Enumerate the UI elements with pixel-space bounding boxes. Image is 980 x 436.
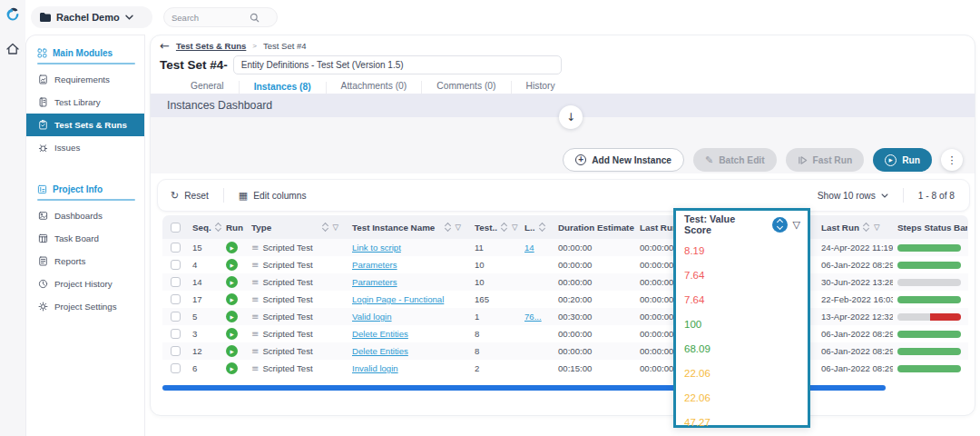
home-icon[interactable] <box>5 42 20 56</box>
value-score-column-overlay[interactable]: Test: Value Score ▽ 8.19 7.64 7.64 100 6… <box>673 208 810 428</box>
sidebar-item-project-settings[interactable]: Project Settings <box>26 295 144 318</box>
sort-icon[interactable] <box>444 223 451 233</box>
run-instance-icon[interactable]: ▶ <box>226 293 238 305</box>
fast-run-button[interactable]: Fast Run <box>786 148 865 172</box>
filter-icon[interactable]: ▽ <box>512 223 518 232</box>
search-box[interactable] <box>163 7 278 27</box>
add-new-instance-button[interactable]: + Add New Instance <box>563 148 684 172</box>
header-l[interactable]: L.. <box>524 223 534 233</box>
row-checkbox[interactable] <box>171 329 181 339</box>
steps-status-bar <box>897 313 961 321</box>
pagination-range: 1 - 8 of 8 <box>918 191 955 201</box>
run-button[interactable]: ▶ Run <box>873 148 932 172</box>
header-seq[interactable]: Seq. <box>192 223 211 233</box>
header-duration[interactable]: Duration Estimate <box>558 223 634 233</box>
header-test[interactable]: Test.. <box>475 223 497 233</box>
project-selector[interactable]: Rachel Demo <box>31 6 152 28</box>
table-row[interactable]: 3 ▶ ≡Scripted Test Delete Entities 8 00:… <box>162 325 968 342</box>
back-arrow-icon[interactable]: ← <box>160 42 170 51</box>
run-instance-icon[interactable]: ▶ <box>226 362 238 374</box>
instance-name-link[interactable]: Parameters <box>352 260 397 270</box>
table-row[interactable]: 12 ▶ ≡Scripted Test Delete Entities 8 00… <box>162 342 968 360</box>
row-checkbox[interactable] <box>171 277 181 287</box>
header-last-run[interactable]: Last Run <box>821 223 859 233</box>
sort-icon[interactable] <box>501 223 508 233</box>
instance-name-link[interactable]: Login Page - Functional <box>352 294 444 304</box>
sidebar-item-requirements[interactable]: Requirements <box>26 68 144 91</box>
steps-status-bar <box>897 331 961 338</box>
search-input[interactable] <box>172 13 250 23</box>
cell-type: Scripted Test <box>262 363 312 373</box>
table-row[interactable]: 14 ▶ ≡Scripted Test Parameters 10 00:00:… <box>162 273 968 291</box>
fast-run-icon <box>798 155 808 165</box>
filter-icon[interactable]: ▽ <box>332 223 338 232</box>
filter-icon[interactable]: ▽ <box>874 223 880 232</box>
plus-circle-icon: + <box>575 154 586 165</box>
row-checkbox[interactable] <box>171 260 181 270</box>
cell-l-link[interactable]: 14 <box>524 243 534 253</box>
run-instance-icon[interactable]: ▶ <box>226 276 238 288</box>
sidebar-item-issues[interactable]: Issues <box>26 136 144 159</box>
cell-duration: 00:30:00 <box>558 312 592 322</box>
breadcrumb-link[interactable]: Test Sets & Runs <box>176 41 246 51</box>
header-type[interactable]: Type <box>251 223 271 233</box>
edit-columns-button[interactable]: ▦ Edit columns <box>239 190 307 202</box>
steps-status-bar <box>897 365 961 372</box>
value-score-header: Test: Value Score ▽ <box>676 211 808 238</box>
sidebar-item-project-history[interactable]: Project History <box>26 272 144 295</box>
run-instance-icon[interactable]: ▶ <box>226 328 238 340</box>
more-actions-kebab-button[interactable]: ⋮ <box>941 149 963 171</box>
expand-dashboard-button[interactable]: ↓ <box>559 105 583 129</box>
row-checkbox[interactable] <box>171 346 181 356</box>
row-checkbox[interactable] <box>171 243 181 253</box>
run-instance-icon[interactable]: ▶ <box>226 345 238 357</box>
run-instance-icon[interactable]: ▶ <box>226 242 238 253</box>
row-checkbox[interactable] <box>171 312 181 322</box>
scripted-test-icon: ≡ <box>251 260 259 270</box>
filter-icon[interactable]: ▽ <box>455 223 461 232</box>
sidebar-item-task-board[interactable]: Task Board <box>26 227 144 250</box>
sort-icon[interactable] <box>863 223 870 233</box>
sort-icon[interactable] <box>538 223 545 233</box>
instance-name-link[interactable]: Invalid login <box>352 363 398 373</box>
header-name[interactable]: Test Instance Name <box>352 223 435 233</box>
table-row[interactable]: 6 ▶ ≡Scripted Test Invalid login 2 00:15… <box>162 360 968 377</box>
table-row[interactable]: 15 ▶ ≡Scripted Test Link to script 11 14… <box>162 239 968 256</box>
row-checkbox[interactable] <box>171 363 181 373</box>
instance-name-link[interactable]: Link to script <box>352 243 401 253</box>
reset-button[interactable]: ↻ Reset <box>171 190 209 202</box>
cell-last-run: 06-Jan-2022 08:29 <box>821 329 893 339</box>
section-title: Main Modules <box>53 48 113 58</box>
instance-name-link[interactable]: Delete Entities <box>352 346 408 356</box>
value-score-cell: 22.06 <box>684 385 808 410</box>
sort-icon[interactable] <box>321 223 328 233</box>
sidebar-item-test-sets-runs[interactable]: Test Sets & Runs <box>26 114 144 136</box>
filter-icon[interactable]: ▽ <box>793 219 800 231</box>
active-sort-icon[interactable] <box>772 217 788 233</box>
run-instance-icon[interactable]: ▶ <box>226 259 238 271</box>
cell-last-run-duration: 00:00:00 <box>640 346 673 356</box>
table-row[interactable]: 17 ▶ ≡Scripted Test Login Page - Functio… <box>162 291 968 308</box>
entity-name-field[interactable] <box>233 55 562 74</box>
cell-l-link[interactable]: 76... <box>524 312 542 322</box>
page-title: Test Set #4- <box>160 58 228 72</box>
cell-test: 165 <box>475 294 489 304</box>
batch-edit-button[interactable]: ✎ Batch Edit <box>693 148 777 172</box>
instance-name-link[interactable]: Valid login <box>352 312 392 322</box>
run-instance-icon[interactable]: ▶ <box>226 311 238 322</box>
sidebar-item-reports[interactable]: Reports <box>26 250 144 272</box>
dashboards-icon <box>38 211 48 221</box>
show-rows-select[interactable]: Show 10 rows <box>818 191 888 201</box>
sidebar-item-test-library[interactable]: Test Library <box>26 91 144 114</box>
select-all-checkbox[interactable] <box>171 223 181 233</box>
instance-name-link[interactable]: Delete Entities <box>352 329 408 339</box>
value-score-cell: 68.09 <box>684 336 808 361</box>
chevron-down-icon <box>125 15 133 20</box>
sidebar-item-dashboards[interactable]: Dashboards <box>26 204 144 227</box>
sort-icon[interactable] <box>215 223 221 233</box>
entity-header: Test Set #4- <box>160 55 562 74</box>
table-row[interactable]: 4 ▶ ≡Scripted Test Parameters 10 00:00:0… <box>162 256 968 273</box>
instance-name-link[interactable]: Parameters <box>352 277 397 287</box>
table-row[interactable]: 5 ▶ ≡Scripted Test Valid login 1 76... 0… <box>162 308 968 325</box>
row-checkbox[interactable] <box>171 294 181 304</box>
